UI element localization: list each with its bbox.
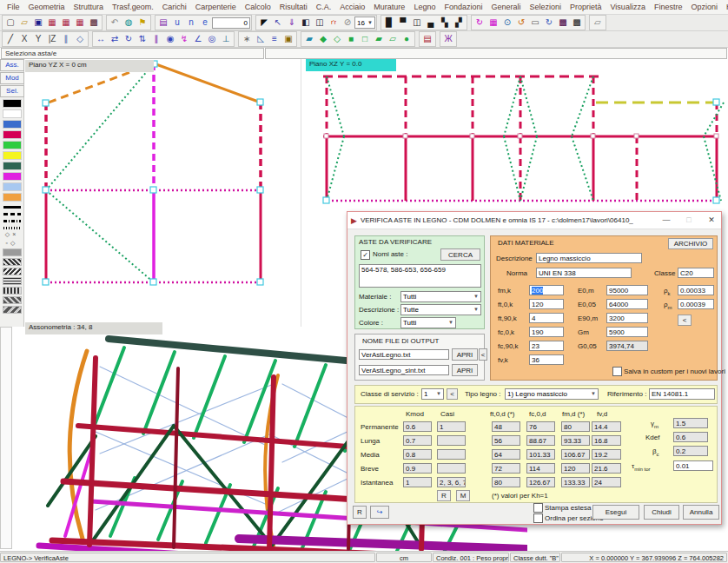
- color-swatch-crimson[interactable]: [3, 130, 22, 139]
- menu-generali[interactable]: Generali: [486, 2, 525, 12]
- breve-kmod[interactable]: 0.9: [403, 463, 432, 474]
- axis-y-button[interactable]: Y: [31, 33, 45, 45]
- classe-servizio-select[interactable]: 1 ▼: [421, 388, 444, 400]
- aste-list-textarea[interactable]: 564-578, 586-653, 656-659: [359, 264, 481, 288]
- istantanea-kmod[interactable]: 1: [403, 477, 432, 487]
- menu-proprieta[interactable]: Proprietà: [566, 2, 606, 12]
- pattern-hatch-5[interactable]: [3, 296, 22, 304]
- view-piano-xz[interactable]: [306, 70, 728, 213]
- dark-grid-icon[interactable]: ▩: [87, 17, 101, 29]
- size-select[interactable]: 16 ▼: [354, 17, 375, 29]
- menu-visualizza[interactable]: Visualizza: [606, 2, 650, 12]
- pattern-solid-gray[interactable]: [3, 248, 22, 256]
- u-button[interactable]: u: [170, 17, 184, 29]
- materiale-select[interactable]: Tutti ▼: [400, 291, 481, 302]
- annulla-button[interactable]: Annulla: [683, 505, 719, 520]
- color-swatch-teal[interactable]: [3, 162, 22, 170]
- menu-legno[interactable]: Legno: [409, 2, 440, 12]
- axis-z-button[interactable]: |Z: [45, 33, 59, 45]
- menu-geometria[interactable]: Geometria: [24, 2, 69, 12]
- open-report-icon[interactable]: ↪: [370, 506, 389, 519]
- m-button-table[interactable]: M: [456, 490, 470, 501]
- down-arrow-icon[interactable]: ⇓: [285, 17, 299, 29]
- layout-mixed-icon[interactable]: ▞: [452, 17, 466, 29]
- e0m-input[interactable]: 95000: [606, 285, 648, 295]
- measure-slash-icon[interactable]: ⊘: [341, 17, 354, 29]
- menu-risultati[interactable]: Risultati: [275, 2, 312, 12]
- menu-struttura[interactable]: Struttura: [69, 2, 109, 12]
- chiudi-button[interactable]: Chiudi: [644, 505, 679, 520]
- settings-gear-icon[interactable]: ∗: [240, 33, 254, 45]
- pan-icon[interactable]: ↺: [514, 17, 528, 29]
- less-button-materiale[interactable]: <: [678, 315, 692, 326]
- descrizione-select[interactable]: Tutte ▼: [400, 304, 481, 315]
- color-swatch-green[interactable]: [3, 141, 22, 149]
- pane-grid-icon[interactable]: ◫: [313, 17, 327, 29]
- symbol-diamond-cross[interactable]: ◇×: [2, 231, 23, 238]
- sel-button[interactable]: Sel.: [0, 85, 24, 97]
- breve-casi[interactable]: [437, 463, 466, 474]
- menu-help[interactable]: Help: [722, 2, 728, 12]
- solid-cube-7-icon[interactable]: ●: [400, 33, 414, 45]
- menu-fondazioni[interactable]: Fondazioni: [440, 2, 486, 12]
- menu-acciaio[interactable]: Acciaio: [335, 2, 369, 12]
- menu-file[interactable]: File: [3, 2, 24, 12]
- ordina-sezione-checkbox[interactable]: [533, 513, 543, 523]
- axis-x-button[interactable]: X: [17, 33, 31, 45]
- linestyle-dashdot[interactable]: [3, 220, 21, 222]
- menu-carichi[interactable]: Carichi: [158, 2, 191, 12]
- solid-cube-6-icon[interactable]: ▱: [386, 33, 400, 45]
- ft0k-input[interactable]: 120: [529, 299, 564, 309]
- cerca-button[interactable]: CERCA: [440, 248, 480, 261]
- menu-opzioni[interactable]: Opzioni: [686, 2, 722, 12]
- maximize-button[interactable]: □: [678, 212, 700, 229]
- refresh-icon[interactable]: ↻: [473, 17, 486, 29]
- esegui-button[interactable]: Esegui: [592, 505, 639, 520]
- grid-magenta-icon[interactable]: ▦: [486, 17, 500, 29]
- menu-finestre[interactable]: Finestre: [650, 2, 687, 12]
- fill-triangle-icon[interactable]: ◤: [257, 17, 271, 29]
- ft90k-input[interactable]: 4: [529, 313, 564, 323]
- apri-button-1[interactable]: APRI: [452, 348, 478, 361]
- move-asta-icon[interactable]: ↔: [94, 33, 108, 45]
- dark-grid-2-icon[interactable]: ▩: [570, 17, 584, 29]
- fc0k-input[interactable]: 190: [529, 327, 564, 337]
- coord-input[interactable]: [212, 17, 250, 29]
- menu-calcolo[interactable]: Calcolo: [241, 2, 275, 12]
- pattern-hatch-4[interactable]: [3, 287, 22, 295]
- salva-custom-checkbox[interactable]: [612, 367, 622, 376]
- copy-asta-icon[interactable]: ⇄: [108, 33, 122, 45]
- save-icon[interactable]: ▣: [31, 17, 45, 29]
- node-edit-icon[interactable]: ◎: [205, 33, 219, 45]
- gm-input[interactable]: 5900: [606, 327, 648, 337]
- zoom-icon[interactable]: ⊙: [500, 17, 514, 29]
- nomi-aste-checkbox[interactable]: ✓: [361, 250, 370, 260]
- linestyle-dot[interactable]: [3, 227, 21, 229]
- descrizione-input[interactable]: Legno massiccio: [536, 253, 642, 263]
- undo-icon[interactable]: ↶: [108, 17, 122, 29]
- colore-select[interactable]: Tutti ▼: [400, 317, 456, 328]
- pattern-hatch-1[interactable]: [3, 258, 22, 266]
- layout-quad-icon[interactable]: ▚: [438, 17, 452, 29]
- pattern-hatch-6[interactable]: [3, 306, 22, 314]
- solid-cube-4-icon[interactable]: □: [358, 33, 372, 45]
- color-swatch-lightblue[interactable]: [3, 182, 22, 191]
- dark-grid-1-icon[interactable]: ▩: [556, 17, 570, 29]
- permanente-casi[interactable]: 1: [437, 421, 466, 432]
- pattern-hatch-3[interactable]: [3, 277, 22, 285]
- line-tool-icon[interactable]: ╱: [3, 33, 17, 45]
- lunga-casi[interactable]: [437, 435, 466, 446]
- layout-vertical-icon[interactable]: ◫: [410, 17, 424, 29]
- color-swatch-magenta[interactable]: [3, 172, 22, 181]
- polygon-tool-icon[interactable]: ◇: [73, 33, 87, 45]
- paste-grid-icon[interactable]: ▤: [156, 17, 170, 29]
- divide-asta-icon[interactable]: ◉: [163, 33, 177, 45]
- minimize-button[interactable]: —: [655, 212, 678, 229]
- solid-cube-1-icon[interactable]: ◆: [316, 33, 330, 45]
- mod-button[interactable]: Mod: [0, 72, 24, 84]
- e005-input[interactable]: 64000: [606, 299, 648, 309]
- tipo-legno-select[interactable]: 1) Legno massiccio ▼: [505, 388, 599, 400]
- r-button-footer[interactable]: R: [353, 506, 367, 519]
- layout-horizontal-icon[interactable]: ▀: [396, 17, 410, 29]
- new-file-icon[interactable]: ▢: [3, 17, 17, 29]
